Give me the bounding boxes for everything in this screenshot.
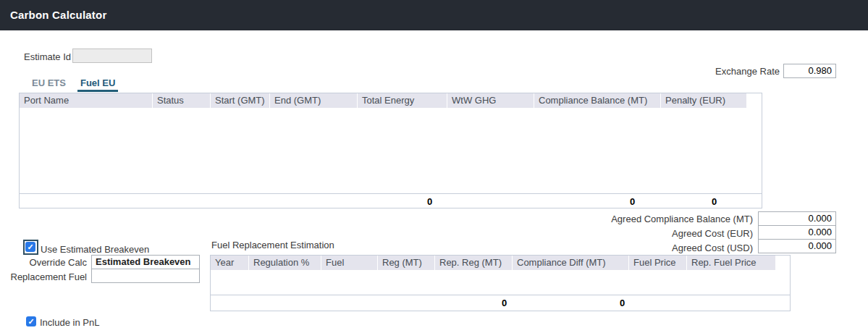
tab-fuel-eu[interactable]: Fuel EU bbox=[77, 75, 118, 92]
agreed-cost-eur-input[interactable]: 0.000 bbox=[758, 225, 836, 240]
fuel-replacement-grid-body[interactable] bbox=[211, 270, 790, 295]
col-end-gmt[interactable]: End (GMT) bbox=[270, 93, 358, 108]
col-port-name[interactable]: Port Name bbox=[20, 93, 153, 108]
agreed-compliance-balance-label: Agreed Compliance Balance (MT) bbox=[536, 214, 753, 224]
include-in-pnl-checkbox[interactable]: ✓ bbox=[26, 316, 36, 326]
compliance-balance-sum: 0 bbox=[630, 196, 635, 207]
agreed-cost-usd-label: Agreed Cost (USD) bbox=[536, 243, 753, 253]
col-start-gmt[interactable]: Start (GMT) bbox=[211, 93, 270, 108]
penalty-sum: 0 bbox=[712, 196, 717, 207]
fuel-replacement-grid-header: Year Regulation % Fuel Reg (MT) Rep. Reg… bbox=[211, 256, 775, 270]
col-reg-mt[interactable]: Reg (MT) bbox=[378, 256, 435, 270]
estimate-id-label: Estimate Id bbox=[24, 51, 71, 62]
use-estimated-breakeven-checkbox[interactable]: ✓ bbox=[23, 240, 38, 255]
title-bar: Carbon Calculator bbox=[0, 0, 868, 30]
tab-eu-ets[interactable]: EU ETS bbox=[29, 75, 69, 92]
voyage-grid-totals-row: 0 0 0 bbox=[20, 193, 762, 208]
voyage-grid-header: Port Name Status Start (GMT) End (GMT) T… bbox=[20, 93, 746, 108]
replacement-fuel-label: Replacement Fuel bbox=[0, 271, 87, 282]
col-compliance-diff-mt[interactable]: Compliance Diff (MT) bbox=[513, 256, 629, 270]
col-year[interactable]: Year bbox=[211, 256, 249, 270]
agreed-cost-usd-input[interactable]: 0.000 bbox=[758, 239, 836, 253]
fuel-replacement-grid: Year Regulation % Fuel Reg (MT) Rep. Reg… bbox=[210, 255, 791, 311]
include-in-pnl-label: Include in PnL bbox=[40, 317, 99, 328]
rep-reg-sum: 0 bbox=[502, 298, 507, 308]
checkmark-icon: ✓ bbox=[28, 317, 34, 326]
use-estimated-breakeven-label: Use Estimated Breakeven bbox=[41, 244, 149, 255]
col-total-energy[interactable]: Total Energy bbox=[358, 93, 447, 108]
col-fuel-price[interactable]: Fuel Price bbox=[629, 256, 687, 270]
page-title: Carbon Calculator bbox=[10, 0, 106, 30]
col-rep-reg-mt[interactable]: Rep. Reg (MT) bbox=[435, 256, 513, 270]
col-penalty[interactable]: Penalty (EUR) bbox=[661, 93, 746, 108]
override-calc-label: Override Calc bbox=[0, 257, 87, 268]
override-calc-input[interactable]: Estimated Breakeven bbox=[91, 255, 200, 269]
voyage-grid: Port Name Status Start (GMT) End (GMT) T… bbox=[19, 93, 762, 208]
voyage-grid-body[interactable] bbox=[20, 108, 762, 193]
col-rep-fuel-price[interactable]: Rep. Fuel Price bbox=[687, 256, 775, 270]
fuel-replacement-estimation-title: Fuel Replacement Estimation bbox=[211, 240, 334, 250]
col-status[interactable]: Status bbox=[153, 93, 211, 108]
total-energy-sum: 0 bbox=[427, 196, 432, 207]
exchange-rate-label: Exchange Rate bbox=[635, 66, 780, 77]
fuel-replacement-totals-row: 0 0 bbox=[211, 295, 790, 311]
col-regulation-pct[interactable]: Regulation % bbox=[249, 256, 321, 270]
replacement-fuel-input[interactable] bbox=[91, 269, 200, 283]
compliance-diff-sum: 0 bbox=[620, 298, 625, 308]
tab-strip: EU ETS Fuel EU bbox=[29, 75, 127, 92]
col-fuel[interactable]: Fuel bbox=[321, 256, 378, 270]
carbon-calculator-window: Carbon Calculator Estimate Id Exchange R… bbox=[0, 0, 868, 333]
exchange-rate-input[interactable]: 0.980 bbox=[783, 64, 836, 78]
checkmark-icon: ✓ bbox=[25, 242, 35, 252]
agreed-cost-eur-label: Agreed Cost (EUR) bbox=[536, 228, 753, 239]
estimate-id-input[interactable] bbox=[72, 49, 152, 63]
agreed-compliance-balance-input[interactable]: 0.000 bbox=[758, 211, 836, 226]
col-wtw-ghg[interactable]: WtW GHG bbox=[447, 93, 534, 108]
col-compliance-balance[interactable]: Compliance Balance (MT) bbox=[534, 93, 661, 108]
